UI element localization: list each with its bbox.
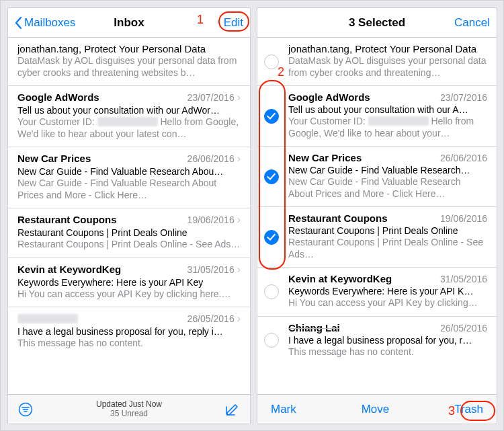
subject: I have a legal business proposal for you…: [17, 326, 241, 337]
redacted: [368, 116, 429, 126]
preview: This message has no content.: [17, 338, 241, 350]
sender: Google AdWords: [288, 91, 440, 103]
preview: DataMask by AOL disguises your personal …: [17, 55, 241, 79]
preview: This message has no content.: [288, 346, 487, 358]
sender: jonathan.tang, Protect Your Personal Dat…: [288, 43, 487, 54]
redacted: [97, 117, 158, 126]
sender: New Car Prices: [288, 152, 440, 163]
back-button[interactable]: Mailboxes: [8, 8, 83, 38]
status-text: Updated Just Now 35 Unread: [96, 400, 162, 419]
date: 19/06/2016: [187, 214, 235, 225]
selection-checkbox[interactable]: [264, 284, 279, 299]
sender: Restaurant Coupons: [288, 212, 440, 224]
edit-button[interactable]: Edit: [217, 8, 250, 38]
preview: Restaurant Coupons | Print Deals Online …: [17, 239, 241, 251]
mark-button[interactable]: Mark: [271, 403, 296, 416]
sender: Google AdWords: [17, 91, 187, 103]
message-row[interactable]: Kevin at KeywordKeg31/05/2016›Keywords E…: [8, 258, 250, 308]
subject: I have a legal business proposal for you…: [288, 335, 487, 346]
redacted: [17, 314, 78, 323]
sender: Kevin at KeywordKeg: [288, 273, 440, 284]
chevron-right-icon: ›: [237, 91, 241, 104]
sender: Chiang Lai: [288, 322, 440, 334]
chevron-right-icon: ›: [237, 153, 241, 165]
preview: Your Customer ID: Hello from Google, We'…: [17, 116, 241, 140]
chevron-right-icon: ›: [237, 313, 241, 325]
selection-checkbox[interactable]: [264, 109, 279, 124]
move-button[interactable]: Move: [362, 403, 390, 416]
date: 26/06/2016: [440, 153, 487, 163]
preview: New Car Guide - Find Valuable Research A…: [17, 178, 241, 201]
sender: Restaurant Coupons: [17, 214, 187, 225]
message-row[interactable]: jonathan.tang, Protect Your Personal Dat…: [257, 38, 497, 86]
sender: [17, 313, 187, 324]
toolbar-left: Updated Just Now 35 Unread: [8, 394, 250, 424]
subject: Keywords Everywhere: Here is your API K…: [288, 286, 487, 297]
message-row[interactable]: New Car Prices26/06/2016New Car Guide - …: [257, 147, 497, 207]
sender: jonathan.tang, Protect Your Personal Dat…: [17, 43, 241, 54]
message-list: jonathan.tang, Protect Your Personal Dat…: [8, 38, 250, 356]
date: 26/05/2016: [187, 313, 235, 324]
selection-checkbox[interactable]: [264, 333, 279, 348]
selection-checkbox[interactable]: [264, 169, 279, 184]
preview: Restaurant Coupons | Print Deals Online …: [288, 237, 487, 260]
edit-panel: 3 Selected Cancel jonathan.tang, Protect…: [257, 7, 497, 424]
navbar-left: Mailboxes Inbox Edit: [8, 8, 250, 38]
page-title: Inbox: [114, 16, 144, 30]
compose-icon[interactable]: [224, 401, 241, 418]
preview: New Car Guide - Find Valuable Research A…: [288, 176, 487, 200]
subject: Restaurant Coupons | Print Deals Online: [17, 227, 241, 238]
subject: Tell us about your consultation with our…: [288, 104, 487, 115]
message-list-edit: jonathan.tang, Protect Your Personal Dat…: [257, 38, 497, 364]
selection-checkbox[interactable]: [264, 230, 279, 245]
message-row[interactable]: New Car Prices26/06/2016›New Car Guide -…: [8, 147, 250, 208]
subject: Restaurant Coupons | Print Deals Online: [288, 225, 487, 236]
message-row[interactable]: Google AdWords23/07/2016Tell us about yo…: [257, 86, 497, 147]
message-row[interactable]: jonathan.tang, Protect Your Personal Dat…: [8, 38, 250, 86]
sender: Kevin at KeywordKeg: [17, 264, 187, 275]
cancel-label: Cancel: [454, 16, 490, 30]
date: 31/05/2016: [187, 264, 235, 275]
date: 26/05/2016: [440, 323, 487, 334]
message-row[interactable]: Kevin at KeywordKeg31/05/2016Keywords Ev…: [257, 268, 497, 317]
chevron-right-icon: ›: [237, 264, 241, 276]
toolbar-right: Mark Move Trash: [257, 394, 497, 424]
subject: Tell us about your consultation with our…: [17, 105, 241, 116]
preview: Hi You can access your API Key by clicki…: [17, 288, 241, 301]
date: 23/07/2016: [187, 92, 235, 103]
date: 31/05/2016: [440, 274, 487, 284]
preview: DataMask by AOL disguises your personal …: [288, 55, 487, 79]
message-row[interactable]: Google AdWords23/07/2016›Tell us about y…: [8, 86, 250, 147]
chevron-right-icon: ›: [237, 214, 241, 226]
date: 26/06/2016: [187, 153, 235, 164]
back-label: Mailboxes: [24, 16, 76, 30]
subject: New Car Guide - Find Valuable Research A…: [17, 166, 241, 177]
inbox-panel: Mailboxes Inbox Edit jonathan.tang, Prot…: [7, 7, 251, 424]
filter-icon[interactable]: [17, 401, 34, 418]
subject: Keywords Everywhere: Here is your API Ke…: [17, 277, 241, 288]
selection-checkbox[interactable]: [264, 54, 279, 69]
selection-title: 3 Selected: [349, 16, 405, 30]
subject: New Car Guide - Find Valuable Research…: [288, 165, 487, 175]
message-row[interactable]: Restaurant Coupons19/06/2016Restaurant C…: [257, 207, 497, 268]
navbar-right: 3 Selected Cancel: [257, 8, 497, 38]
message-row[interactable]: Chiang Lai26/05/2016I have a legal busin…: [257, 317, 497, 365]
message-row[interactable]: 26/05/2016›I have a legal business propo…: [8, 307, 250, 356]
edit-label: Edit: [224, 16, 243, 30]
chevron-left-icon: [15, 17, 22, 29]
status-line1: Updated Just Now: [96, 400, 162, 409]
preview: Your Customer ID: Hello from Google, We'…: [288, 116, 487, 139]
date: 23/07/2016: [440, 92, 487, 103]
trash-button[interactable]: Trash: [454, 403, 483, 416]
status-line2: 35 Unread: [96, 409, 162, 419]
cancel-button[interactable]: Cancel: [448, 8, 497, 38]
message-row[interactable]: Restaurant Coupons19/06/2016›Restaurant …: [8, 208, 250, 258]
sender: New Car Prices: [17, 153, 187, 164]
preview: Hi You can access your API Key by clicki…: [288, 297, 487, 309]
date: 19/06/2016: [440, 213, 487, 224]
